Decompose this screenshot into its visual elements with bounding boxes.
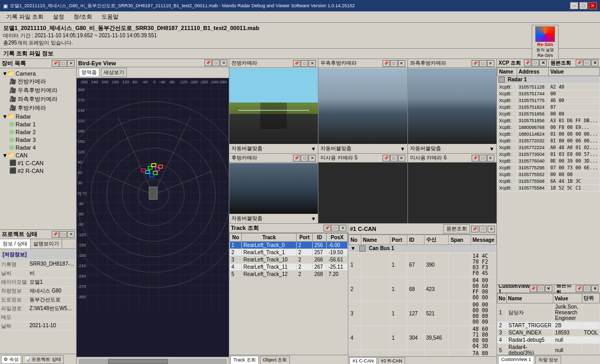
unused6-cam-pin[interactable]: 📌 <box>472 155 479 162</box>
unused5-cam-controls[interactable]: 📌 □ ✕ <box>383 155 405 162</box>
bottom-tab-settings[interactable]: ⚙ 속성 <box>1 355 21 364</box>
right-rear-cam-close[interactable]: ✕ <box>398 60 405 67</box>
table-row[interactable]: 216842304 00 00 60 FF 00 00 00 <box>349 277 496 301</box>
can-orig-view-btn[interactable]: 원본조회 <box>443 224 470 234</box>
tree-radar1[interactable]: ◎ Radar 1 <box>1 120 75 128</box>
table-row[interactable]: 1RearLeft_Track_02256-6.00 <box>230 242 348 249</box>
bird-eye-pin-btn[interactable]: 📌 <box>204 60 212 66</box>
right-rear-cam-controls[interactable]: 📌 □ ✕ <box>383 60 405 67</box>
table-row[interactable]: XcpB:3105772224A0 48 A0 01 02... <box>497 144 600 151</box>
track-controls[interactable]: 📌 □ ✕ <box>324 225 346 231</box>
right-rear-cam-dropdown-icon[interactable]: ▼ <box>400 146 405 152</box>
table-row[interactable]: XcpB:310575182407 <box>497 104 600 111</box>
tree-controls[interactable]: 📌 □ ✕ <box>52 60 75 67</box>
custom-close-btn[interactable]: ✕ <box>545 285 552 292</box>
table-row[interactable]: XcpB:310577350401 03 E0 00 57... <box>497 151 600 158</box>
table-row[interactable]: ▼ Can Bus 1 <box>349 245 496 253</box>
bird-eye-canvas[interactable]: 280 240 200 160 120 80 40 0 -40 -80 -120… <box>77 78 229 357</box>
table-row[interactable]: XcpB:188009676800 F8 00 E9... <box>497 124 600 131</box>
bird-scroll-area[interactable] <box>77 357 229 364</box>
track-close-btn[interactable]: ✕ <box>339 225 346 231</box>
menu-item-help[interactable]: 도움말 <box>97 12 123 22</box>
table-row[interactable]: XcpB:310575174400 <box>497 91 600 97</box>
xcp-close-btn[interactable]: ✕ <box>539 60 547 66</box>
table-row[interactable]: XcpB:310577555200 00 00 <box>497 171 600 178</box>
project-pin-btn[interactable]: 📌 <box>52 231 59 238</box>
project-close-btn[interactable]: ✕ <box>67 231 75 238</box>
tree-radar2[interactable]: ◎ Radar 2 <box>1 128 75 136</box>
custom-controls[interactable]: 📌 □ ✕ <box>530 285 552 292</box>
front-cam-pin[interactable]: 📌 <box>293 60 300 67</box>
front-cam-float[interactable]: □ <box>301 60 308 67</box>
right-rear-cam-float[interactable]: □ <box>390 60 398 67</box>
menu-item-record[interactable]: 기록 파일 조회 <box>2 12 48 22</box>
tree-radar4[interactable]: ◎ Radar 4 <box>1 143 75 151</box>
maximize-btn[interactable]: □ <box>579 2 588 9</box>
xcp-orig-controls[interactable]: 📌 □ ✕ <box>576 60 598 66</box>
track-tab-track[interactable]: Track 조회 <box>230 356 259 364</box>
rear-cam-dropdown-icon[interactable]: ▼ <box>311 216 316 222</box>
table-row[interactable]: 3112752100 00 00 00 00 00 00 00 <box>349 301 496 326</box>
table-row[interactable]: XcpB:310575177546 00 <box>497 97 600 104</box>
track-pin-btn[interactable]: 📌 <box>324 225 331 231</box>
table-row[interactable]: 4Radar1-debug5null <box>497 337 600 344</box>
resim-btn[interactable]: Re-Sim 동작 설명 Re-Sim <box>532 25 559 60</box>
tree-c-can[interactable]: ⬛ #1 C-CAN <box>1 159 75 167</box>
xcp-float-btn[interactable]: □ <box>532 60 539 66</box>
unused5-cam-float[interactable]: □ <box>390 155 398 162</box>
can-tab-1[interactable]: #1 C-CAN <box>349 357 377 364</box>
bird-eye-float-btn[interactable]: □ <box>212 60 219 66</box>
table-row[interactable]: Radar 1 <box>497 76 600 84</box>
custom-orig-close-btn[interactable]: ✕ <box>591 285 598 292</box>
tree-close-btn[interactable]: ✕ <box>67 60 75 67</box>
custom-tab-1[interactable]: CustomView 1 <box>498 356 534 364</box>
table-row[interactable]: 1담당자Jurik.Son, Research Engineer <box>497 303 600 322</box>
custom-pin-btn[interactable]: 📌 <box>530 285 537 292</box>
table-row[interactable]: 2RearLeft_Track_12257-19.50 <box>230 249 348 256</box>
table-row[interactable]: 3SCAN_INDEX18593TOOL <box>497 329 600 337</box>
rear-cam-pin[interactable]: 📌 <box>293 155 300 162</box>
tree-pin-btn[interactable]: 📌 <box>52 60 59 67</box>
unused6-cam-controls[interactable]: 📌 □ ✕ <box>472 155 494 162</box>
track-float-btn[interactable]: □ <box>331 225 339 231</box>
bird-detail-view-btn[interactable]: 새상보기 <box>101 68 127 77</box>
rear-cam-float[interactable]: □ <box>301 155 308 162</box>
left-rear-cam-controls[interactable]: 📌 □ ✕ <box>472 60 494 67</box>
tree-radar3[interactable]: ◎ Radar 3 <box>1 136 75 143</box>
table-row[interactable]: 116739014 4C 70 F2 03 F3 F0 45 <box>349 253 496 277</box>
unused6-cam-float[interactable]: □ <box>479 155 487 162</box>
table-row[interactable]: 4RearLeft_Track_112267-25.11 <box>230 264 348 271</box>
tree-r-can[interactable]: ⬛ #2 R-CAN <box>1 167 75 174</box>
left-rear-cam-pin[interactable]: 📌 <box>472 60 479 67</box>
tree-radar-group[interactable]: ▼ 📁 Radar <box>1 112 75 120</box>
custom-orig-pin-btn[interactable]: 📌 <box>576 285 583 292</box>
table-row[interactable]: XcpB:31057750400E 00 39 00 3D... <box>497 158 600 165</box>
xcp-orig-close-btn[interactable]: ✕ <box>591 60 598 66</box>
unused6-cam-close[interactable]: ✕ <box>487 155 494 162</box>
tree-front-cam[interactable]: 🎥 전방카메라 <box>1 77 75 86</box>
table-row[interactable]: 5RearLeft_Track_1222687.20 <box>230 271 348 278</box>
can-close-btn[interactable]: ✕ <box>488 226 495 232</box>
table-row[interactable]: XcpB:188011482401 00 00 00 00... <box>497 131 600 138</box>
tree-left-rear-cam[interactable]: 🎥 좌측후방카메라 <box>1 95 75 104</box>
table-row[interactable]: XcpB:310577558418 52 5C C1 <box>497 185 600 192</box>
xcp-pin-btn[interactable]: 📌 <box>524 60 531 66</box>
track-tab-object[interactable]: Object 조회 <box>260 356 290 364</box>
bird-hscrollbar[interactable] <box>79 359 227 364</box>
tree-float-btn[interactable]: □ <box>60 60 67 67</box>
project-tab-info[interactable]: 정보 / 상태 <box>0 239 31 249</box>
table-row[interactable]: 3RearLeft_Track_102266-56.61 <box>230 256 348 264</box>
table-row[interactable]: XcpB:31057755686A 44 1B 3C <box>497 178 600 185</box>
right-rear-cam-pin[interactable]: 📌 <box>383 60 390 67</box>
table-row[interactable]: XcpB:3105751856A3 01 D6 FF DB... <box>497 118 600 124</box>
tree-can-group[interactable]: ▼ 📁 CAN <box>1 151 75 159</box>
custom-orig-float-btn[interactable]: □ <box>583 285 591 292</box>
front-cam-close[interactable]: ✕ <box>309 60 316 67</box>
custom-orig-controls[interactable]: 📌 □ ✕ <box>576 285 598 292</box>
rear-cam-controls[interactable]: 📌 □ ✕ <box>293 155 316 162</box>
table-row[interactable]: 2START_TRIGGER2B <box>497 322 600 329</box>
bird-eye-close-btn[interactable]: ✕ <box>220 60 227 66</box>
table-row[interactable]: 5Radar4-debug(3%)null <box>497 344 600 355</box>
table-row[interactable]: XcpB:310577529607 00 73 00 6E... <box>497 165 600 171</box>
menu-item-window[interactable]: 창/조회 <box>69 12 96 22</box>
